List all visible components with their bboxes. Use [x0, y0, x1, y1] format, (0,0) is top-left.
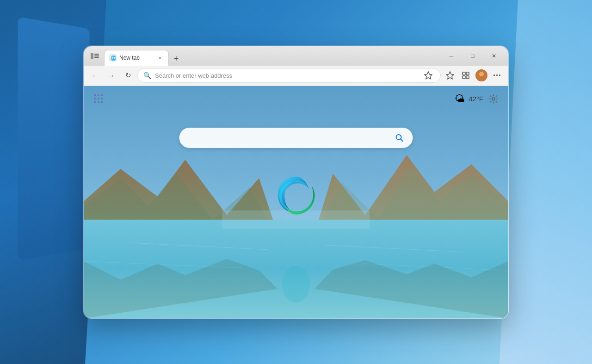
- svg-line-29: [401, 139, 403, 141]
- grid-dot-1: [94, 94, 96, 96]
- new-tab-button[interactable]: +: [170, 53, 183, 66]
- close-button[interactable]: ✕: [483, 49, 505, 63]
- address-bar-placeholder: Search or enter web address: [155, 72, 418, 79]
- newtab-topbar: 🌤 42°F: [84, 86, 508, 112]
- avatar: [475, 69, 487, 81]
- search-input[interactable]: [186, 134, 388, 142]
- forward-button[interactable]: →: [104, 68, 119, 83]
- browser-content-area: ← → ↻ 🔍 Search or enter web address: [84, 66, 508, 318]
- tab-favicon: 🌐: [109, 54, 117, 62]
- favorites-star-button[interactable]: [422, 69, 435, 82]
- tab-close-button[interactable]: ×: [155, 53, 165, 62]
- grid-dot-8: [98, 101, 99, 103]
- svg-rect-0: [91, 53, 93, 59]
- more-icon: ···: [493, 71, 501, 80]
- search-container: [179, 128, 413, 148]
- favorites-star-icon: [424, 71, 432, 80]
- weather-temperature: 42°F: [469, 95, 483, 103]
- more-button[interactable]: ···: [490, 68, 505, 83]
- window-controls: ─ □ ✕: [441, 49, 505, 63]
- new-tab-page: 🌤 42°F: [84, 86, 508, 318]
- weather-widget[interactable]: 🌤 42°F: [455, 93, 483, 105]
- grid-dot-9: [101, 101, 103, 103]
- grid-dot-3: [101, 94, 103, 96]
- weather-icon: 🌤: [455, 93, 465, 105]
- search-box: [179, 128, 413, 148]
- svg-rect-6: [462, 72, 465, 75]
- apps-grid-button[interactable]: [91, 92, 106, 106]
- browser-titlebar: 🌐 New tab × + ─ □ ✕: [84, 46, 508, 66]
- svg-rect-9: [466, 76, 469, 79]
- maximize-button[interactable]: □: [462, 49, 483, 63]
- minimize-button[interactable]: ─: [441, 49, 462, 63]
- svg-rect-2: [94, 56, 99, 56]
- svg-rect-8: [462, 76, 465, 79]
- grid-dot-6: [101, 98, 103, 99]
- svg-point-11: [479, 72, 484, 76]
- svg-rect-7: [466, 72, 469, 75]
- apps-grid-icon: [94, 94, 103, 104]
- edge-logo: [275, 174, 317, 216]
- collections-button[interactable]: [458, 68, 473, 83]
- grid-dot-5: [98, 98, 99, 99]
- grid-dot-7: [94, 101, 96, 103]
- bg-cube-left: [18, 17, 90, 260]
- favorites-button[interactable]: [443, 68, 457, 83]
- refresh-button[interactable]: ↻: [121, 68, 136, 83]
- address-search-icon: 🔍: [143, 72, 151, 79]
- collections-icon: [462, 71, 470, 80]
- svg-point-27: [492, 98, 495, 100]
- grid-dot-4: [94, 98, 96, 99]
- bg-shape-right: [500, 0, 592, 364]
- browser-navbar: ← → ↻ 🔍 Search or enter web address: [84, 66, 508, 86]
- active-tab[interactable]: 🌐 New tab ×: [104, 50, 169, 66]
- browser-window: 🌐 New tab × + ─ □ ✕ ←: [83, 46, 509, 319]
- search-submit-button[interactable]: [392, 131, 406, 145]
- svg-text:🌐: 🌐: [111, 55, 117, 61]
- svg-rect-3: [94, 57, 99, 58]
- edge-logo-svg: [275, 174, 317, 216]
- sidebar-toggle-button[interactable]: [87, 49, 102, 63]
- address-bar-actions: [422, 69, 435, 82]
- back-button[interactable]: ←: [87, 68, 102, 83]
- settings-gear-icon: [489, 94, 498, 104]
- toolbar-actions: ···: [443, 68, 505, 83]
- sidebar-icon: [91, 53, 99, 59]
- favorites-icon: [446, 71, 454, 80]
- grid-dot-2: [98, 94, 99, 96]
- svg-rect-1: [94, 54, 99, 55]
- page-settings-button[interactable]: [486, 92, 501, 106]
- profile-button[interactable]: [474, 68, 489, 83]
- tabs-area: 🌐 New tab × +: [104, 46, 439, 66]
- address-bar[interactable]: 🔍 Search or enter web address: [137, 68, 441, 83]
- tab-title: New tab: [119, 55, 153, 61]
- search-submit-icon: [395, 134, 403, 142]
- svg-point-25: [282, 265, 310, 302]
